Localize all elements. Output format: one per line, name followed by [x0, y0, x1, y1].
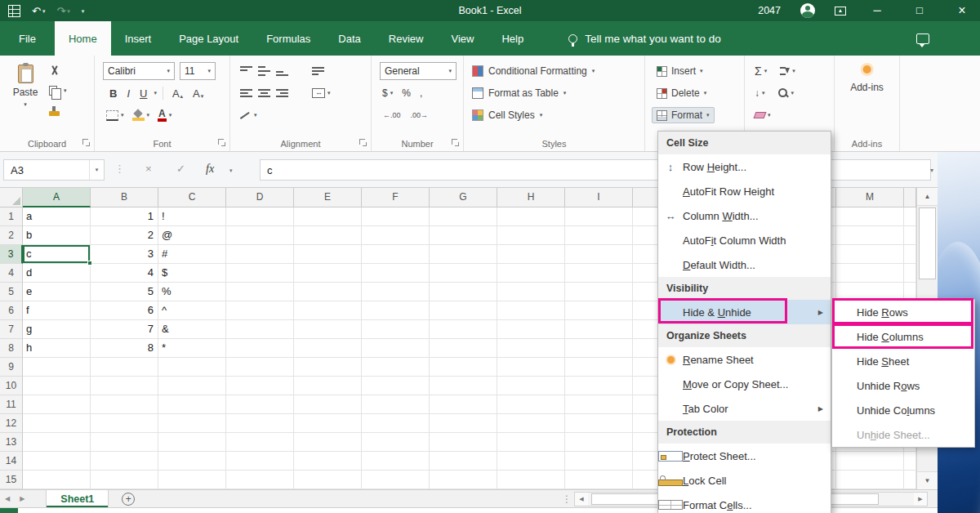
cell-C7[interactable]: & — [158, 320, 226, 339]
user-avatar[interactable] — [800, 3, 815, 18]
cell-D5[interactable] — [226, 283, 294, 301]
cell-C1[interactable]: ! — [158, 207, 226, 226]
menu-item-default-width[interactable]: Default Width... — [658, 252, 831, 277]
cell-G3[interactable] — [430, 245, 497, 264]
column-header-a[interactable]: A — [23, 188, 91, 207]
menu-item-hide-sheet[interactable]: Hide Sheet — [832, 349, 974, 373]
cell-I12[interactable] — [565, 414, 633, 433]
cell-stub3[interactable] — [904, 245, 916, 264]
insert-function-caret-icon[interactable]: ▾ — [229, 167, 233, 174]
cell-E7[interactable] — [294, 320, 362, 339]
cell-F1[interactable] — [362, 207, 430, 226]
cell-B5[interactable]: 5 — [91, 283, 158, 301]
name-box[interactable]: A3 ▾ — [3, 159, 105, 181]
row-header-1[interactable]: 1 — [0, 207, 23, 226]
comma-style-button[interactable]: , — [420, 87, 422, 99]
cell-D13[interactable] — [226, 433, 294, 452]
row-header-10[interactable]: 10 — [0, 377, 23, 395]
cell-M2[interactable] — [836, 226, 904, 245]
format-painter-button[interactable] — [49, 105, 67, 118]
cell-H3[interactable] — [497, 245, 565, 264]
cell-I13[interactable] — [565, 433, 633, 452]
cell-F6[interactable] — [362, 301, 430, 320]
ribbon-tab-page-layout[interactable]: Page Layout — [165, 21, 252, 56]
cell-H12[interactable] — [497, 414, 565, 433]
scroll-right-icon[interactable]: ▶ — [914, 496, 927, 502]
formula-bar-expand-icon[interactable]: ▾ — [930, 167, 933, 174]
fill-color-button[interactable]: ▾ — [132, 110, 150, 121]
merge-center-button[interactable]: ▾ — [312, 88, 331, 98]
close-button[interactable]: × — [951, 0, 973, 21]
cell-I14[interactable] — [565, 452, 633, 471]
cell-A11[interactable] — [23, 395, 91, 414]
cell-G9[interactable] — [430, 358, 497, 377]
sheet-tab-sheet1[interactable]: Sheet1 — [46, 490, 109, 507]
percent-style-button[interactable]: % — [402, 87, 411, 99]
column-header-m[interactable]: M — [836, 188, 904, 207]
cell-C3[interactable]: # — [158, 245, 226, 264]
underline-caret-icon[interactable]: ▾ — [154, 90, 157, 96]
cell-F8[interactable] — [362, 339, 430, 358]
cell-G14[interactable] — [430, 452, 497, 471]
cell-A3[interactable]: c — [23, 245, 91, 264]
cell-F9[interactable] — [362, 358, 430, 377]
decrease-decimal-button[interactable]: .00→ — [408, 109, 431, 121]
cell-M14[interactable] — [836, 452, 904, 471]
cell-C9[interactable] — [158, 358, 226, 377]
cell-B6[interactable]: 6 — [91, 301, 158, 320]
cell-C11[interactable] — [158, 395, 226, 414]
cell-H9[interactable] — [497, 358, 565, 377]
cell-G5[interactable] — [430, 283, 497, 301]
cell-C6[interactable]: ^ — [158, 301, 226, 320]
cell-I3[interactable] — [565, 245, 633, 264]
italic-button[interactable]: I — [123, 87, 133, 100]
cell-F7[interactable] — [362, 320, 430, 339]
menu-item-unhide-sheet[interactable]: Unhide Sheet... — [832, 422, 974, 447]
menu-item-tab-color[interactable]: Tab Color▶ — [658, 396, 831, 421]
column-header-stub[interactable] — [904, 188, 916, 207]
cell-D6[interactable] — [226, 301, 294, 320]
cell-B14[interactable] — [91, 452, 158, 471]
name-box-caret-icon[interactable]: ▾ — [89, 160, 104, 180]
paste-button[interactable]: Paste ▾ — [8, 61, 42, 132]
cell-D11[interactable] — [226, 395, 294, 414]
cell-E10[interactable] — [294, 377, 362, 395]
cell-F14[interactable] — [362, 452, 430, 471]
cell-A10[interactable] — [23, 377, 91, 395]
cell-E12[interactable] — [294, 414, 362, 433]
cell-B9[interactable] — [91, 358, 158, 377]
comment-icon[interactable] — [916, 33, 929, 44]
cell-E9[interactable] — [294, 358, 362, 377]
conditional-formatting-button[interactable]: Conditional Formatting▾ — [472, 65, 595, 77]
cell-B3[interactable]: 3 — [91, 245, 158, 264]
cell-H7[interactable] — [497, 320, 565, 339]
sheet-nav-left-icon[interactable]: ◀ — [0, 495, 15, 502]
maximize-button[interactable]: □ — [908, 0, 931, 21]
cell-A9[interactable] — [23, 358, 91, 377]
clear-button[interactable]: ▾ — [755, 112, 771, 118]
wrap-text-button[interactable] — [312, 66, 324, 76]
undo-button[interactable]: ↶▾ — [32, 6, 45, 16]
cell-M3[interactable] — [836, 245, 904, 264]
cell-F10[interactable] — [362, 377, 430, 395]
row-header-11[interactable]: 11 — [0, 395, 23, 414]
column-header-e[interactable]: E — [294, 188, 362, 207]
cell-F15[interactable] — [362, 471, 430, 489]
cell-H1[interactable] — [497, 207, 565, 226]
copy-button[interactable]: ▾ — [49, 84, 67, 97]
cell-E15[interactable] — [294, 471, 362, 489]
ribbon-tab-data[interactable]: Data — [324, 21, 374, 56]
cell-I15[interactable] — [565, 471, 633, 489]
cell-E6[interactable] — [294, 301, 362, 320]
cell-C5[interactable]: % — [158, 283, 226, 301]
row-header-2[interactable]: 2 — [0, 226, 23, 245]
sort-filter-button[interactable]: ▾ — [780, 66, 795, 77]
align-left-button[interactable] — [240, 88, 252, 98]
delete-cells-button[interactable]: Delete▾ — [652, 85, 711, 101]
cell-B10[interactable] — [91, 377, 158, 395]
menu-item-row-height[interactable]: Row Height... — [658, 154, 831, 179]
cell-E11[interactable] — [294, 395, 362, 414]
cell-stub4[interactable] — [904, 264, 916, 283]
format-as-table-button[interactable]: Format as Table▾ — [472, 87, 566, 99]
cell-I10[interactable] — [565, 377, 633, 395]
